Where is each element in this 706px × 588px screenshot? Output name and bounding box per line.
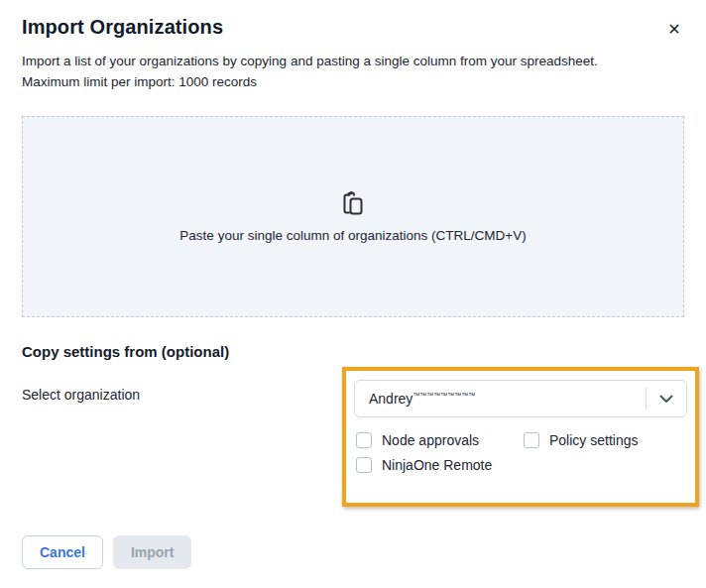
organization-select-value: Andrey™™™™™™™™™ [355,391,646,407]
chevron-down-icon[interactable] [647,381,686,416]
dialog-description: Import a list of your organizations by c… [22,51,617,92]
checkbox-label: Policy settings [549,432,638,448]
import-button[interactable]: Import [113,535,192,569]
checkbox-icon[interactable] [524,432,539,448]
organization-name: Andrey [369,391,412,407]
paste-dropzone[interactable]: Paste your single column of organization… [22,116,684,317]
checkbox-node-approvals[interactable]: Node approvals [356,432,524,448]
checkbox-icon[interactable] [356,432,372,448]
checkbox-icon[interactable] [356,457,372,473]
organization-name-trademarks: ™™™™™™™™™ [412,392,475,399]
close-icon[interactable]: ✕ [664,20,684,40]
copy-settings-options: Node approvals Policy settings NinjaOne … [356,432,638,473]
checkbox-label: NinjaOne Remote [382,457,492,473]
paste-clipboard-icon [340,190,366,222]
cancel-button[interactable]: Cancel [22,535,103,569]
checkbox-label: Node approvals [382,432,479,448]
copy-settings-heading: Copy settings from (optional) [22,343,229,360]
checkbox-policy-settings[interactable]: Policy settings [524,432,638,448]
page-title: Import Organizations [22,16,223,39]
paste-instruction-label: Paste your single column of organization… [179,228,526,243]
organization-select[interactable]: Andrey™™™™™™™™™ [354,380,687,417]
checkbox-ninjaone-remote[interactable]: NinjaOne Remote [356,457,524,473]
dialog-footer: Cancel Import [22,535,191,569]
highlight-callout-box: Andrey™™™™™™™™™ Node approvals Policy se… [342,367,699,507]
select-organization-label: Select organization [22,387,140,403]
